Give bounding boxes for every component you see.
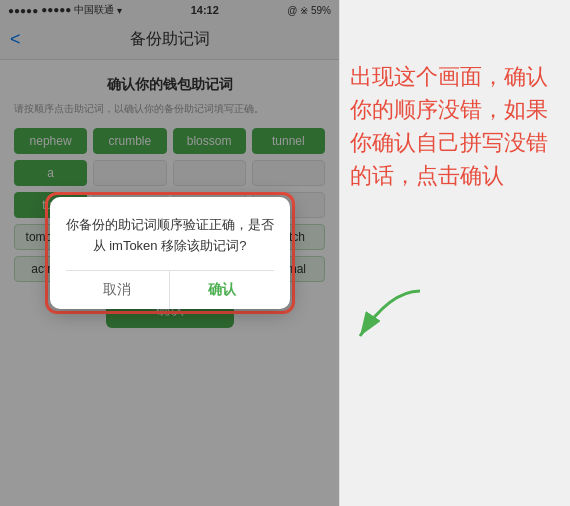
dialog-overlay: 你备份的助记词顺序验证正确，是否从 imToken 移除该助记词? 取消 确认 (0, 0, 339, 506)
dialog-cancel-button[interactable]: 取消 (66, 271, 171, 309)
phone-screen: ●●●●● ●●●●● 中国联通 ▾ 14:12 @ ※ 59% < 备份助记词… (0, 0, 340, 506)
arrow-container (350, 286, 430, 346)
arrow-icon (350, 286, 430, 346)
dialog-box: 你备份的助记词顺序验证正确，是否从 imToken 移除该助记词? 取消 确认 (50, 197, 290, 310)
annotation-text: 出现这个画面，确认你的顺序没错，如果你确认自己拼写没错的话，点击确认 (350, 60, 556, 192)
dialog-message: 你备份的助记词顺序验证正确，是否从 imToken 移除该助记词? (66, 215, 274, 257)
dialog-confirm-button[interactable]: 确认 (170, 271, 274, 309)
dialog-buttons: 取消 确认 (66, 270, 274, 309)
dialog-highlight: 你备份的助记词顺序验证正确，是否从 imToken 移除该助记词? 取消 确认 (45, 192, 295, 315)
annotation-area: 出现这个画面，确认你的顺序没错，如果你确认自己拼写没错的话，点击确认 (340, 0, 570, 506)
